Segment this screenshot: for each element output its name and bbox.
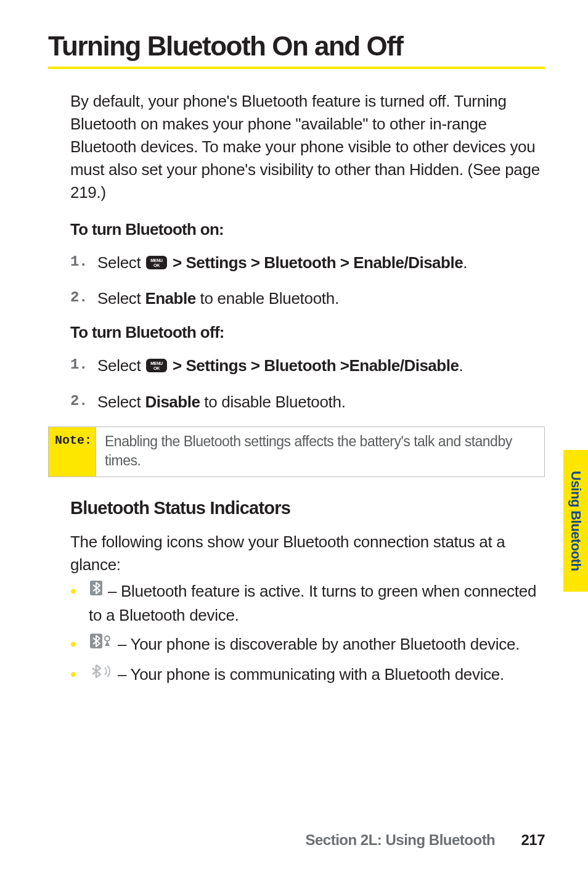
menu-ok-key-icon: MENUOK xyxy=(146,359,167,372)
svg-text:OK: OK xyxy=(153,263,160,267)
step-suffix: to disable Bluetooth. xyxy=(200,393,345,411)
indicators-intro: The following icons show your Bluetooth … xyxy=(70,531,545,576)
bullet-icon: • xyxy=(70,663,89,685)
svg-text:MENU: MENU xyxy=(151,258,163,263)
step-suffix: . xyxy=(463,253,467,272)
step-bold: Enable xyxy=(145,289,195,308)
side-tab-label: Using Bluetooth xyxy=(568,471,584,571)
step-body: Select MENUOK > Settings > Bluetooth > E… xyxy=(97,251,545,274)
step-text: Select xyxy=(97,253,145,272)
step-path: > Settings > Bluetooth > Enable/Disable xyxy=(168,253,463,272)
list-item: • – Bluetooth feature is active. It turn… xyxy=(70,580,545,627)
step-text: Select xyxy=(97,393,145,411)
step-body: Select Disable to disable Bluetooth. xyxy=(97,391,545,413)
step-number: 2. xyxy=(70,391,97,412)
step-body: Select Enable to enable Bluetooth. xyxy=(97,287,545,309)
side-tab: Using Bluetooth xyxy=(563,450,588,592)
subhead-turn-on: To turn Bluetooth on: xyxy=(70,220,545,239)
bullet-text: – Your phone is communicating with a Blu… xyxy=(118,665,504,684)
note-body: Enabling the Bluetooth settings affects … xyxy=(96,427,544,476)
subhead-turn-off: To turn Bluetooth off: xyxy=(70,323,545,342)
step-number: 1. xyxy=(70,354,97,375)
note-box: Note: Enabling the Bluetooth settings af… xyxy=(48,427,545,477)
step-suffix: to enable Bluetooth. xyxy=(196,289,339,308)
bluetooth-discoverable-icon xyxy=(89,632,113,656)
bullet-text: – Bluetooth feature is active. It turns … xyxy=(89,582,536,624)
bluetooth-active-icon xyxy=(89,579,104,603)
step-item: 1. Select MENUOK > Settings > Bluetooth … xyxy=(70,251,545,274)
bullet-body: – Your phone is communicating with a Blu… xyxy=(89,663,545,687)
step-text: Select xyxy=(97,356,145,375)
step-number: 2. xyxy=(70,287,97,308)
steps-turn-on: 1. Select MENUOK > Settings > Bluetooth … xyxy=(70,251,545,310)
steps-turn-off: 1. Select MENUOK > Settings > Bluetooth … xyxy=(70,354,545,413)
intro-paragraph: By default, your phone's Bluetooth featu… xyxy=(70,90,545,204)
heading-status-indicators: Bluetooth Status Indicators xyxy=(70,498,545,518)
step-text: Select xyxy=(97,289,145,308)
svg-text:OK: OK xyxy=(153,366,160,370)
bullet-body: – Your phone is discoverable by another … xyxy=(89,633,545,657)
step-bold: Disable xyxy=(145,393,200,411)
title-underline xyxy=(48,67,545,69)
page-footer: Section 2L: Using Bluetooth 217 xyxy=(305,831,545,849)
svg-text:MENU: MENU xyxy=(151,361,163,365)
bullet-text: – Your phone is discoverable by another … xyxy=(118,635,520,653)
step-item: 1. Select MENUOK > Settings > Bluetooth … xyxy=(70,354,545,377)
step-body: Select MENUOK > Settings > Bluetooth >En… xyxy=(97,354,545,377)
list-item: • – Your phone is communicating with a B… xyxy=(70,663,545,687)
bluetooth-communicating-icon xyxy=(89,663,113,686)
page-title: Turning Bluetooth On and Off xyxy=(48,31,545,62)
step-path: > Settings > Bluetooth >Enable/Disable xyxy=(168,356,459,375)
step-item: 2. Select Enable to enable Bluetooth. xyxy=(70,287,545,309)
step-item: 2. Select Disable to disable Bluetooth. xyxy=(70,391,545,413)
bullet-icon: • xyxy=(70,633,89,655)
page-number: 217 xyxy=(521,831,545,848)
footer-section: Section 2L: Using Bluetooth xyxy=(305,831,495,848)
menu-ok-key-icon: MENUOK xyxy=(146,256,167,269)
svg-point-8 xyxy=(105,636,110,641)
note-label: Note: xyxy=(49,427,96,476)
step-suffix: . xyxy=(459,356,463,375)
bullet-icon: • xyxy=(70,580,89,602)
step-number: 1. xyxy=(70,251,97,272)
indicator-list: • – Bluetooth feature is active. It turn… xyxy=(70,580,545,687)
bullet-body: – Bluetooth feature is active. It turns … xyxy=(89,580,545,627)
list-item: • – Your phone is discoverable by anothe… xyxy=(70,633,545,657)
